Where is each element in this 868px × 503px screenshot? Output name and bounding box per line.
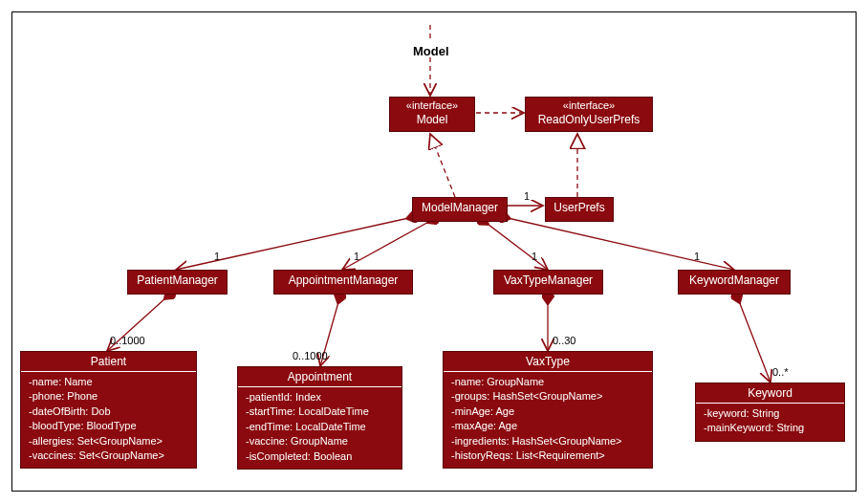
stereotype: «interface»	[390, 98, 474, 112]
class-appointmentmanager: AppointmentManager	[273, 270, 413, 295]
cardinality: 0..1000	[110, 335, 145, 346]
class-name: UserPrefs	[546, 200, 613, 219]
attr: -dateOfBirth: Dob	[29, 405, 188, 419]
cardinality: 0..30	[553, 335, 575, 346]
cardinality: 0..*	[772, 366, 789, 378]
class-vaxtypemanager: VaxTypeManager	[493, 270, 603, 295]
class-appointment: Appointment -patientId: Index -startTime…	[237, 366, 402, 470]
class-name: ModelManager	[413, 200, 507, 219]
class-vaxtype: VaxType -name: GroupName -groups: HashSe…	[443, 351, 653, 469]
attr: -minAge: Age	[451, 405, 644, 419]
attributes: -keyword: String -mainKeyword: String	[696, 404, 844, 441]
cardinality: 1	[532, 251, 537, 262]
attr: -vaccines: Set<GroupName>	[29, 448, 188, 463]
class-keyword: Keyword -keyword: String -mainKeyword: S…	[695, 383, 845, 442]
attr: -patientId: Index	[246, 390, 394, 405]
class-name: KeywordManager	[679, 273, 790, 292]
attr: -historyReqs: List<Requirement>	[451, 448, 644, 463]
cardinality: 1	[524, 190, 530, 202]
attr: -groups: HashSet<GroupName>	[451, 389, 644, 404]
cardinality: 1	[354, 251, 359, 262]
class-modelmanager: ModelManager	[412, 197, 508, 222]
class-userprefs: UserPrefs	[545, 197, 614, 222]
attr: -phone: Phone	[29, 389, 188, 404]
cardinality: 0..1000	[293, 350, 328, 361]
attr: -startTime: LocalDateTime	[246, 405, 394, 419]
interface-model: «interface» Model	[389, 97, 475, 132]
class-name: PatientManager	[128, 273, 227, 292]
interface-readonlyuserprefs: «interface» ReadOnlyUserPrefs	[525, 97, 653, 132]
class-name: Patient	[21, 352, 196, 372]
class-name: VaxType	[444, 352, 652, 372]
class-name: Model	[390, 112, 474, 131]
class-name: AppointmentManager	[274, 273, 412, 292]
diagram-title: Model	[413, 44, 449, 58]
stereotype: «interface»	[526, 98, 652, 112]
attributes: -name: Name -phone: Phone -dateOfBirth: …	[21, 372, 196, 468]
attributes: -patientId: Index -startTime: LocalDateT…	[238, 387, 401, 469]
cardinality: 1	[214, 251, 220, 262]
attr: -name: GroupName	[451, 375, 644, 389]
class-name: ReadOnlyUserPrefs	[526, 112, 652, 131]
attr: -maxAge: Age	[451, 419, 644, 433]
attr: -allergies: Set<GroupName>	[29, 434, 188, 448]
attr: -vaccine: GroupName	[246, 434, 394, 448]
attr: -keyword: String	[704, 406, 836, 421]
attr: -isCompleted: Boolean	[246, 449, 394, 464]
attr: -mainKeyword: String	[704, 421, 836, 435]
class-patientmanager: PatientManager	[127, 270, 228, 295]
class-patient: Patient -name: Name -phone: Phone -dateO…	[20, 351, 197, 469]
cardinality: 1	[694, 251, 700, 262]
attributes: -name: GroupName -groups: HashSet<GroupN…	[444, 372, 652, 468]
class-name: Keyword	[696, 383, 844, 404]
attr: -name: Name	[29, 375, 188, 389]
class-keywordmanager: KeywordManager	[678, 270, 791, 295]
class-name: Appointment	[238, 367, 401, 387]
attr: -endTime: LocalDateTime	[246, 420, 394, 434]
attr: -bloodType: BloodType	[29, 419, 188, 433]
attr: -ingredients: HashSet<GroupName>	[451, 434, 644, 448]
class-name: VaxTypeManager	[494, 273, 602, 292]
